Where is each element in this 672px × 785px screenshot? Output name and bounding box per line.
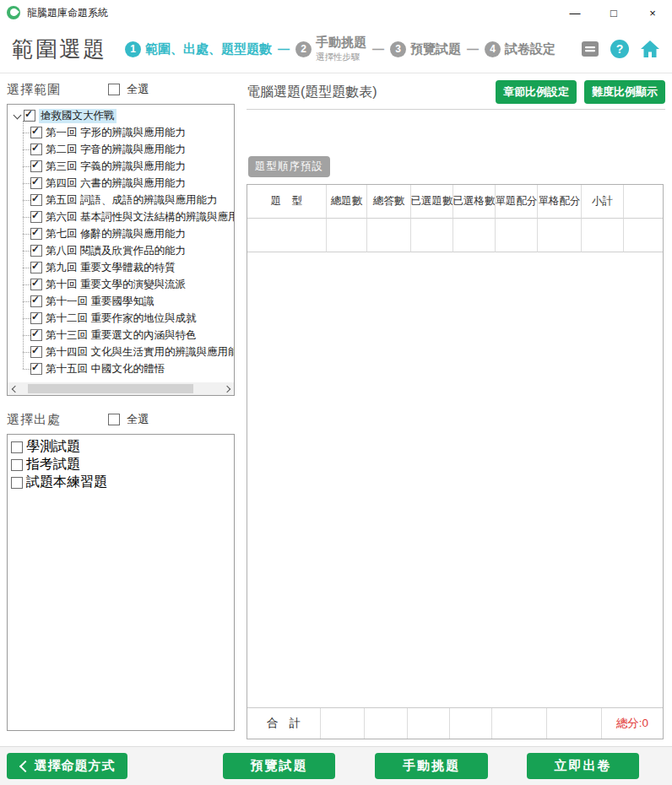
tree-item[interactable]: 第十一回 重要國學知識 <box>23 293 234 310</box>
table-header-cell: 總答數 <box>367 185 411 219</box>
tree-root-checkbox[interactable] <box>24 110 35 122</box>
table-empty-row <box>247 219 663 252</box>
tree-item[interactable]: 第四回 六書的辨識與應用能力 <box>23 175 234 192</box>
tree-item[interactable]: 第六回 基本詞性與文法結構的辨識與應用能力 <box>23 208 234 225</box>
tree-item-label: 第九回 重要文學體裁的特質 <box>46 261 175 275</box>
tree-item-checkbox[interactable] <box>30 279 42 290</box>
step-1-range[interactable]: 1 範圍、出處、題型題數 <box>125 41 272 57</box>
chevron-left-icon <box>19 760 30 771</box>
tree-item-label: 第七回 修辭的辨識與應用能力 <box>46 227 186 241</box>
tree-guide-line <box>23 268 30 268</box>
minimize-button[interactable]: — <box>555 0 594 25</box>
source-item-checkbox[interactable] <box>11 459 23 471</box>
footer-total-label: 合 計 <box>247 708 321 739</box>
source-select-all[interactable]: 全選 <box>108 412 149 427</box>
scroll-left-arrow-icon[interactable] <box>8 382 20 395</box>
question-type-order-preset-button[interactable]: 題型順序預設 <box>248 156 330 177</box>
tree-guide-line <box>23 251 30 252</box>
scroll-right-arrow-icon[interactable] <box>221 382 234 395</box>
tree-item[interactable]: 第十二回 重要作家的地位與成就 <box>23 310 234 327</box>
tree-item-checkbox[interactable] <box>30 363 42 375</box>
tree-item-label: 第六回 基本詞性與文法結構的辨識與應用能力 <box>46 210 234 225</box>
range-select-all-checkbox[interactable] <box>108 84 120 95</box>
step-4-label: 試卷設定 <box>505 42 555 56</box>
table-header-cell: 已選格數 <box>453 185 496 219</box>
save-icon[interactable] <box>581 41 599 57</box>
step-2-manual-pick[interactable]: 2 手動挑題 選擇性步驟 <box>295 35 366 62</box>
page-title: 範圍選題 <box>12 35 106 64</box>
tree-item-checkbox[interactable] <box>30 211 42 223</box>
generate-paper-button[interactable]: 立即出卷 <box>527 753 639 779</box>
tree-item[interactable]: 第十五回 中國文化的體悟 <box>23 360 234 377</box>
tree-item-checkbox[interactable] <box>30 329 42 341</box>
table-header-cell: 總題數 <box>327 185 367 219</box>
manual-pick-button[interactable]: 手動挑題 <box>375 753 488 779</box>
source-select-all-checkbox[interactable] <box>108 414 120 425</box>
source-item-checkbox[interactable] <box>11 477 23 489</box>
tree-root-item[interactable]: 搶救國文大作戰 <box>12 107 234 124</box>
range-section-header: 選擇範圍 全選 <box>7 80 235 99</box>
source-item[interactable]: 指考試題 <box>11 456 234 474</box>
range-select-all[interactable]: 全選 <box>108 82 149 97</box>
tree-item-label: 第十四回 文化與生活實用的辨識與應用能力 <box>46 345 234 360</box>
tree-item-checkbox[interactable] <box>30 160 42 172</box>
step-3-preview[interactable]: 3 預覽試題 <box>390 41 461 57</box>
tree-item-checkbox[interactable] <box>30 346 42 358</box>
tree-item-checkbox[interactable] <box>30 194 42 206</box>
source-item[interactable]: 學測試題 <box>11 438 234 456</box>
step-separator: — <box>467 42 479 56</box>
table-cell <box>582 219 624 252</box>
scrollbar-track[interactable] <box>20 382 221 395</box>
table-cell <box>496 219 538 252</box>
tree-item-checkbox[interactable] <box>30 262 42 273</box>
tree-item[interactable]: 第二回 字音的辨識與應用能力 <box>23 141 234 158</box>
tree-item-label: 第二回 字音的辨識與應用能力 <box>46 143 186 157</box>
tree-item[interactable]: 第三回 字義的辨識與應用能力 <box>23 158 234 175</box>
table-cell <box>327 219 367 252</box>
tree-guide-line <box>23 301 30 302</box>
tree-item-checkbox[interactable] <box>30 245 42 257</box>
tree-item-checkbox[interactable] <box>30 228 42 240</box>
window-titlebar: 龍騰題庫命題系統 — □ × <box>0 0 672 25</box>
tree-item[interactable]: 第九回 重要文學體裁的特質 <box>23 259 234 276</box>
tree-item[interactable]: 第七回 修辭的辨識與應用能力 <box>23 225 234 242</box>
step-separator: — <box>278 42 290 56</box>
tree-item[interactable]: 第十回 重要文學的演變與流派 <box>23 276 234 293</box>
tree-item-checkbox[interactable] <box>30 295 42 307</box>
tree-item-checkbox[interactable] <box>30 143 42 155</box>
tree-item[interactable]: 第八回 閱讀及欣賞作品的能力 <box>23 242 234 259</box>
tree-item[interactable]: 第五回 詞語、成語的辨識與應用能力 <box>23 192 234 208</box>
main-panel-header: 電腦選題(題型題數表) 章節比例設定 難度比例顯示 <box>247 80 665 106</box>
chapter-ratio-button[interactable]: 章節比例設定 <box>496 80 577 104</box>
step-4-number: 4 <box>485 41 501 57</box>
collapse-chevron-icon[interactable] <box>12 110 24 122</box>
preview-questions-button[interactable]: 預覽試題 <box>223 753 335 779</box>
close-button[interactable]: × <box>633 0 672 25</box>
tree-item-label: 第十五回 中國文化的體悟 <box>46 362 165 376</box>
tree-item-checkbox[interactable] <box>30 127 42 138</box>
main-panel-divider <box>247 109 665 110</box>
back-to-mode-button[interactable]: 選擇命題方式 <box>7 753 127 779</box>
step-1-number: 1 <box>125 41 141 57</box>
tree-guide-line <box>23 217 30 218</box>
tree-item[interactable]: 第十三回 重要選文的內涵與特色 <box>23 327 234 344</box>
maximize-button[interactable]: □ <box>594 0 633 25</box>
step-2-label-text: 手動挑題 <box>316 35 366 49</box>
table-header-cell <box>624 185 663 219</box>
tree-item-checkbox[interactable] <box>30 312 42 324</box>
tree-horizontal-scrollbar[interactable] <box>8 382 234 395</box>
source-item[interactable]: 試題本練習題 <box>11 474 234 491</box>
tree-item[interactable]: 第十四回 文化與生活實用的辨識與應用能力 <box>23 344 234 360</box>
home-icon[interactable] <box>640 40 660 58</box>
tree-item[interactable]: 第一回 字形的辨識與應用能力 <box>23 124 234 141</box>
help-icon[interactable]: ? <box>610 40 629 58</box>
step-4-paper-settings[interactable]: 4 試卷設定 <box>485 41 555 57</box>
tree-item-checkbox[interactable] <box>30 177 42 189</box>
scrollbar-thumb[interactable] <box>28 384 193 393</box>
tree-item-label: 第十二回 重要作家的地位與成就 <box>46 311 196 326</box>
difficulty-ratio-button[interactable]: 難度比例顯示 <box>584 80 665 104</box>
range-select-all-label: 全選 <box>127 82 149 97</box>
tree-guide-line <box>23 335 30 336</box>
footer-cell <box>365 708 408 739</box>
source-item-checkbox[interactable] <box>11 441 23 453</box>
